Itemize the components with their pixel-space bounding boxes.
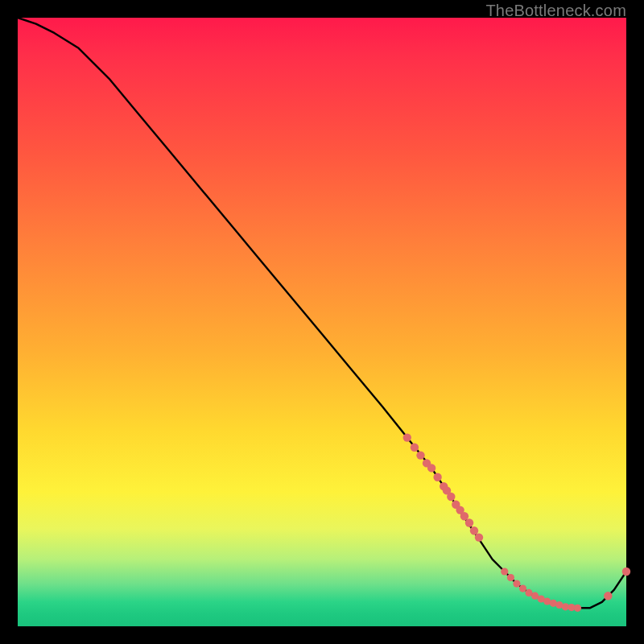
- data-point: [519, 585, 526, 592]
- data-point: [416, 451, 424, 459]
- data-point: [604, 592, 612, 600]
- data-point: [470, 526, 478, 535]
- data-point: [465, 518, 473, 526]
- data-point: [460, 512, 469, 520]
- data-point: [513, 580, 520, 588]
- chart-plot-area: [18, 18, 626, 626]
- data-point: [447, 493, 455, 501]
- data-point: [507, 574, 514, 581]
- watermark-text: TheBottleneck.com: [485, 2, 626, 20]
- data-point: [574, 605, 581, 612]
- data-point: [403, 433, 411, 441]
- data-point: [433, 473, 441, 481]
- data-point: [622, 568, 630, 576]
- data-point: [411, 444, 419, 452]
- bottleneck-curve: [18, 18, 626, 608]
- marker-cluster-flat: [501, 568, 581, 612]
- chart-svg: [18, 18, 626, 626]
- data-point: [427, 464, 436, 472]
- marker-cluster-upper: [403, 433, 484, 541]
- chart-frame: TheBottleneck.com: [0, 0, 644, 644]
- data-point: [475, 533, 483, 541]
- data-point: [501, 568, 508, 575]
